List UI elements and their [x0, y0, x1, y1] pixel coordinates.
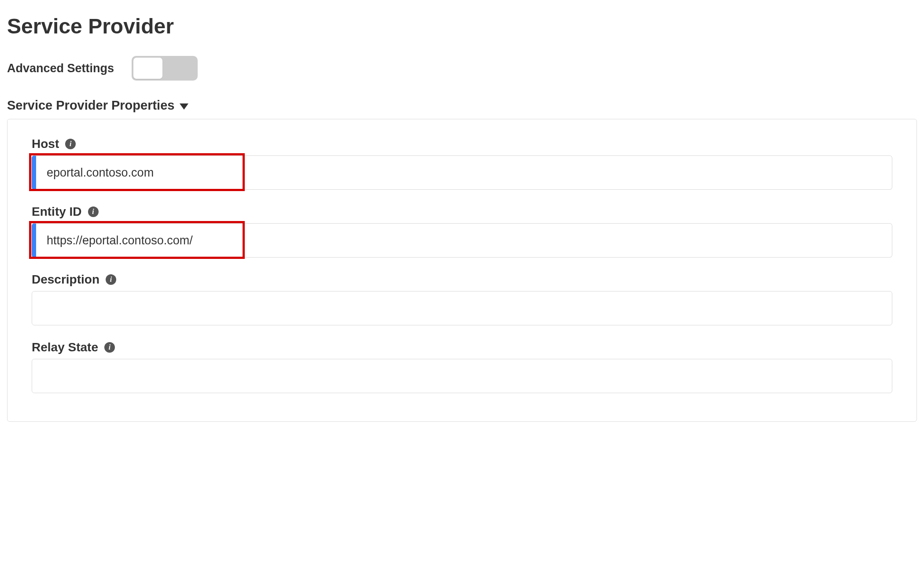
- toggle-knob: [133, 58, 162, 79]
- host-field-group: Host i: [32, 137, 892, 190]
- entity-id-label-row: Entity ID i: [32, 205, 892, 219]
- service-provider-properties-header[interactable]: Service Provider Properties: [7, 98, 917, 113]
- description-input[interactable]: [32, 291, 892, 325]
- entity-id-label: Entity ID: [32, 205, 82, 219]
- host-label: Host: [32, 137, 59, 151]
- info-icon[interactable]: i: [88, 206, 99, 217]
- page-title: Service Provider: [7, 14, 917, 38]
- entity-id-input[interactable]: [32, 223, 892, 258]
- chevron-down-icon: [180, 103, 188, 110]
- description-label: Description: [32, 273, 99, 287]
- section-title: Service Provider Properties: [7, 98, 174, 113]
- advanced-settings-toggle[interactable]: [132, 56, 198, 81]
- host-label-row: Host i: [32, 137, 892, 151]
- info-icon[interactable]: i: [106, 274, 116, 285]
- relay-state-field-group: Relay State i: [32, 340, 892, 393]
- relay-state-label: Relay State: [32, 340, 98, 354]
- relay-state-label-row: Relay State i: [32, 340, 892, 354]
- host-input[interactable]: [32, 155, 892, 190]
- advanced-settings-label: Advanced Settings: [7, 62, 114, 75]
- entity-id-field-group: Entity ID i: [32, 205, 892, 258]
- advanced-settings-row: Advanced Settings: [7, 56, 917, 81]
- info-icon[interactable]: i: [65, 139, 76, 149]
- info-icon[interactable]: i: [104, 342, 115, 353]
- properties-panel: Host i Entity ID i Description i Relay S…: [7, 119, 917, 422]
- description-field-group: Description i: [32, 273, 892, 325]
- relay-state-input[interactable]: [32, 359, 892, 393]
- description-label-row: Description i: [32, 273, 892, 287]
